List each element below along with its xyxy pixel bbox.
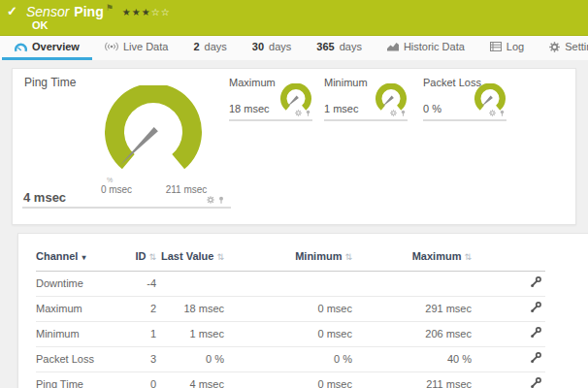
cell-id: 0 xyxy=(125,372,156,388)
gauge-value: 0 % xyxy=(423,103,441,114)
ping-time-value: 4 msec xyxy=(23,190,66,205)
tab-label: Overview xyxy=(32,41,80,52)
cell-last-value: 18 msec xyxy=(156,297,224,322)
gear-icon[interactable] xyxy=(390,110,397,116)
column-header-channel[interactable]: Channel▾ xyxy=(36,245,125,272)
cell-actions xyxy=(472,347,545,372)
column-header-maximum[interactable]: Maximum⇅ xyxy=(352,245,472,272)
tab-number: 365 xyxy=(316,41,334,52)
gauge-action-icons xyxy=(207,196,225,204)
chart-icon xyxy=(387,42,399,51)
pin-icon[interactable] xyxy=(305,110,311,116)
pin-icon[interactable] xyxy=(499,110,506,116)
gauge-icon xyxy=(15,42,27,52)
cell-last-value: 4 msec xyxy=(156,372,224,388)
tab-settings[interactable]: Settings xyxy=(537,36,588,60)
sort-icon: ⇅ xyxy=(148,252,156,262)
tab-2-days[interactable]: 2 days xyxy=(180,36,239,60)
tab-overview[interactable]: Overview xyxy=(2,36,92,60)
gauge-title: Packet Loss xyxy=(423,77,481,88)
channel-settings-wrench-icon[interactable] xyxy=(530,352,541,364)
sensor-type-label: Sensor xyxy=(26,4,69,19)
column-header-minimum[interactable]: Minimum⇅ xyxy=(224,245,352,272)
gauge-scale-max: 211 msec xyxy=(161,184,212,195)
gauge-action-icons xyxy=(489,110,506,116)
gauge-block-maximum: Maximum 18 msec xyxy=(229,75,312,125)
gauge-title: Maximum xyxy=(229,77,276,88)
channel-settings-wrench-icon[interactable] xyxy=(530,327,541,339)
channels-panel: Channel▾ ID⇅ Last Value⇅ Minimum⇅ Maximu… xyxy=(17,233,588,388)
cell-minimum: 0 % xyxy=(224,347,352,372)
divider xyxy=(324,119,408,121)
tab-30-days[interactable]: 30 days xyxy=(240,36,305,60)
ping-time-gauge xyxy=(100,85,207,182)
cell-maximum: 40 % xyxy=(352,347,472,372)
priority-stars[interactable]: ★★★☆☆ xyxy=(122,7,171,17)
gauge-value: 18 msec xyxy=(229,103,270,114)
channel-settings-wrench-icon[interactable] xyxy=(530,302,541,313)
cell-channel: Downtime xyxy=(36,272,125,297)
gear-icon xyxy=(549,42,560,52)
sort-icon: ⇅ xyxy=(464,252,472,262)
tab-label: days xyxy=(205,41,227,52)
stars-empty: ☆☆ xyxy=(151,7,171,17)
cell-minimum: 0 msec xyxy=(224,297,352,322)
page-title: Ping xyxy=(74,4,103,19)
cell-last-value xyxy=(156,272,224,297)
priority-flag-icon[interactable]: ⚑ xyxy=(106,3,114,13)
channel-settings-wrench-icon[interactable] xyxy=(530,276,541,288)
log-icon xyxy=(490,42,502,51)
gear-icon[interactable] xyxy=(207,196,214,204)
gauge-block-minimum: Minimum 1 msec xyxy=(324,75,408,125)
status-ok-check-icon: ✓ xyxy=(7,4,17,18)
table-row-ping-time[interactable]: Ping Time 0 4 msec 0 msec 211 msec xyxy=(36,372,545,388)
cell-last-value: 1 msec xyxy=(156,322,224,347)
cell-maximum: 206 msec xyxy=(352,322,472,347)
cell-minimum: 0 msec xyxy=(224,322,352,347)
prtg-sensor-page: ✓ SensorPing⚑★★★☆☆ OK Overview Live Data… xyxy=(0,0,588,388)
tab-number: 2 xyxy=(193,41,199,52)
cell-maximum: 291 msec xyxy=(352,297,472,322)
gauge-action-icons xyxy=(390,110,407,116)
gauge-arc xyxy=(105,85,202,169)
sort-caret-icon: ▾ xyxy=(82,253,85,262)
cell-id: 1 xyxy=(125,322,156,347)
table-header-row: Channel▾ ID⇅ Last Value⇅ Minimum⇅ Maximu… xyxy=(36,245,545,272)
table-row-maximum[interactable]: Maximum 2 18 msec 0 msec 291 msec xyxy=(36,297,545,322)
channel-settings-wrench-icon[interactable] xyxy=(530,377,541,388)
gauge-block-packet-loss: Packet Loss 0 % xyxy=(423,75,506,125)
tab-log[interactable]: Log xyxy=(477,36,537,60)
column-header-last-value[interactable]: Last Value⇅ xyxy=(156,245,224,272)
table-row-downtime[interactable]: Downtime -4 xyxy=(36,272,545,297)
table-row-minimum[interactable]: Minimum 1 1 msec 0 msec 206 msec xyxy=(36,322,545,347)
column-header-actions xyxy=(472,245,545,272)
cell-channel: Minimum xyxy=(36,322,125,347)
cell-channel: Maximum xyxy=(36,297,125,322)
gauges-panel: Ping Time % 0 msec 211 msec 4 msec Maxim… xyxy=(12,68,576,225)
tab-label: days xyxy=(340,41,362,52)
tab-live-data[interactable]: Live Data xyxy=(92,36,180,60)
column-header-id[interactable]: ID⇅ xyxy=(125,245,156,272)
cell-actions xyxy=(472,372,545,388)
pin-icon[interactable] xyxy=(217,196,225,204)
gauge-value: 1 msec xyxy=(324,103,358,114)
divider xyxy=(229,119,312,121)
cell-maximum: 211 msec xyxy=(352,372,472,388)
tab-number: 30 xyxy=(252,41,264,52)
tab-bar: Overview Live Data 2 days 30 days 365 da… xyxy=(0,36,588,60)
gear-icon[interactable] xyxy=(489,110,496,116)
status-badge: OK xyxy=(32,19,49,31)
tab-label: Log xyxy=(506,41,524,52)
cell-channel: Ping Time xyxy=(36,372,125,388)
divider xyxy=(22,207,231,209)
cell-minimum: 0 msec xyxy=(224,372,352,388)
pin-icon[interactable] xyxy=(400,110,407,116)
tab-365-days[interactable]: 365 days xyxy=(304,36,375,60)
tab-label: Historic Data xyxy=(404,41,465,52)
table-row-packet-loss[interactable]: Packet Loss 3 0 % 0 % 40 % xyxy=(36,347,545,372)
broadcast-icon xyxy=(105,42,118,51)
tab-historic-data[interactable]: Historic Data xyxy=(375,36,477,60)
gear-icon[interactable] xyxy=(295,110,302,116)
scale-marker-icon: % xyxy=(107,177,113,183)
tab-label: Live Data xyxy=(123,41,168,52)
